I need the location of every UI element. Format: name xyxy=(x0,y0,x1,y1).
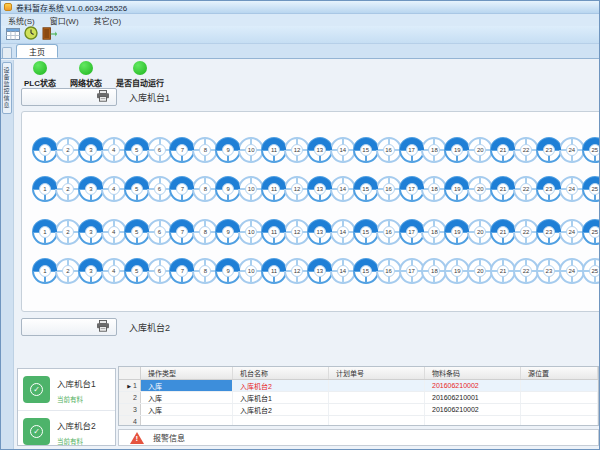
toolbar-button-exit[interactable] xyxy=(40,27,58,43)
machine-card-title: 入库机台2 xyxy=(57,419,96,431)
coil-slot-number: 15 xyxy=(360,226,372,238)
table-row-3[interactable]: 3入库入库机台2201606210002 xyxy=(119,404,598,416)
coil-slot-r1c25: 25 xyxy=(582,137,600,163)
menu-bar: 系统(S)窗口(W)其它(O) xyxy=(1,14,599,26)
side-vertical-tab[interactable]: 设备监控信息 xyxy=(2,62,12,114)
check-icon-box: ✓ xyxy=(23,376,50,403)
coil-slot-r2c3: 3 xyxy=(78,176,104,202)
row-header-4[interactable]: 4 xyxy=(119,416,141,426)
machine-card-1[interactable]: ✓入库机台1当前有料 xyxy=(18,369,115,410)
dock-strip: 设备监控信息 xyxy=(1,60,14,449)
cell-r3c1[interactable]: 入库机台2 xyxy=(233,404,329,415)
cell-r1c1[interactable]: 入库机台2 xyxy=(233,380,329,391)
toolbar-button-calendar[interactable] xyxy=(4,27,22,43)
coil-slot-r2c5: 5 xyxy=(124,176,150,202)
coil-slot-r4c24: 24 xyxy=(559,258,585,284)
row-header-2[interactable]: 2 xyxy=(119,392,141,403)
calendar-icon xyxy=(6,26,20,44)
coil-slot-number: 18 xyxy=(428,265,440,277)
coil-slot-number: 12 xyxy=(291,265,303,277)
menu-item-0[interactable]: 系统(S) xyxy=(8,15,35,26)
cell-r1c2[interactable] xyxy=(329,380,425,391)
cell-r2c1[interactable]: 入库机台1 xyxy=(233,392,329,403)
row-header-3[interactable]: 3 xyxy=(119,404,141,415)
column-header-4[interactable]: 源位置 xyxy=(521,367,598,379)
cell-r4c4[interactable] xyxy=(521,416,598,426)
check-icon: ✓ xyxy=(30,383,43,396)
coil-slot-r4c15: 15 xyxy=(353,258,379,284)
coil-slot-r3c15: 15 xyxy=(353,219,379,245)
coil-slot-number: 24 xyxy=(566,183,578,195)
coil-slot-r4c25: 25 xyxy=(582,258,600,284)
coil-slot-r2c25: 25 xyxy=(582,176,600,202)
cell-r2c0[interactable]: 入库 xyxy=(141,392,233,403)
coil-slot-r4c14: 14 xyxy=(330,258,356,284)
toolbar-button-clock[interactable] xyxy=(22,27,40,43)
cell-r1c4[interactable] xyxy=(521,380,598,391)
cell-r1c3[interactable]: 201606210002 xyxy=(425,380,521,391)
coil-slot-number: 6 xyxy=(154,144,166,156)
coil-slot-number: 13 xyxy=(314,183,326,195)
coil-slot-number: 6 xyxy=(154,226,166,238)
coil-slot-number: 23 xyxy=(543,183,555,195)
coil-slot-number: 4 xyxy=(108,183,120,195)
cell-r4c2[interactable] xyxy=(329,416,425,426)
cell-r2c4[interactable] xyxy=(521,392,598,403)
cell-r3c0[interactable]: 入库 xyxy=(141,404,233,415)
cell-r3c4[interactable] xyxy=(521,404,598,415)
status-indicators: PLC状态网络状态是否自动运行 xyxy=(17,61,171,88)
machine2-header: 入库机台2 xyxy=(21,317,170,337)
cell-r4c0[interactable] xyxy=(141,416,233,426)
coil-slot-number: 2 xyxy=(62,265,74,277)
alarm-label: 报警信息 xyxy=(153,432,185,443)
clock-icon xyxy=(24,26,38,44)
machine2-print-button[interactable] xyxy=(21,318,117,336)
column-header-2[interactable]: 计划单号 xyxy=(329,367,425,379)
row-header-1[interactable]: ▶1 xyxy=(119,380,141,391)
machine1-label: 入库机台1 xyxy=(129,91,170,104)
machine-card-2[interactable]: ✓入库机台2当前有料 xyxy=(18,410,115,450)
status-indicator-1: 网络状态 xyxy=(63,61,109,88)
coil-slot-r2c16: 16 xyxy=(376,176,402,202)
coil-slot-r1c15: 15 xyxy=(353,137,379,163)
coil-slot-number: 18 xyxy=(428,226,440,238)
coil-slot-number: 5 xyxy=(131,226,143,238)
cell-r4c1[interactable] xyxy=(233,416,329,426)
coil-slot-r2c15: 15 xyxy=(353,176,379,202)
column-header-0[interactable]: 操作类型 xyxy=(141,367,233,379)
coil-slot-number: 1 xyxy=(39,226,51,238)
menu-item-2[interactable]: 其它(O) xyxy=(94,15,122,26)
cell-r2c3[interactable]: 201606210001 xyxy=(425,392,521,403)
coil-slot-number: 12 xyxy=(291,183,303,195)
title-bar[interactable]: 卷料暂存系统 V1.0.6034.25526 xyxy=(1,1,599,14)
machine-card-text: 入库机台1当前有料 xyxy=(57,376,96,404)
exit-icon xyxy=(42,26,57,44)
cell-r3c3[interactable]: 201606210002 xyxy=(425,404,521,415)
cell-r3c2[interactable] xyxy=(329,404,425,415)
coil-slot-number: 11 xyxy=(268,183,280,195)
column-header-1[interactable]: 机台名称 xyxy=(233,367,329,379)
coil-slot-number: 18 xyxy=(428,183,440,195)
coil-grid: 1234567891011121314151617181920212223242… xyxy=(21,111,600,312)
cell-r4c3[interactable] xyxy=(425,416,521,426)
table-row-1[interactable]: ▶1入库入库机台2201606210002 xyxy=(119,380,598,392)
column-header-3[interactable]: 物料条码 xyxy=(425,367,521,379)
coil-slot-number: 1 xyxy=(39,183,51,195)
cell-r2c2[interactable] xyxy=(329,392,425,403)
table-row-2[interactable]: 2入库入库机台1201606210001 xyxy=(119,392,598,404)
status-indicator-0: PLC状态 xyxy=(17,61,63,88)
coil-slot-number: 10 xyxy=(245,265,257,277)
coil-slot-number: 10 xyxy=(245,144,257,156)
coil-slot-number: 17 xyxy=(406,144,418,156)
tab-home[interactable]: 主页 xyxy=(16,44,58,58)
tab-stub[interactable] xyxy=(2,47,12,58)
table-row-4[interactable]: 4 xyxy=(119,416,598,426)
coil-slot-number: 22 xyxy=(520,265,532,277)
cell-r1c0[interactable]: 入库 xyxy=(141,380,233,391)
machine1-print-button[interactable] xyxy=(21,88,117,106)
coil-slot-r3c14: 14 xyxy=(330,219,356,245)
coil-slot-r1c3: 3 xyxy=(78,137,104,163)
machine2-label: 入库机台2 xyxy=(129,321,170,334)
coil-slot-number: 2 xyxy=(62,183,74,195)
menu-item-1[interactable]: 窗口(W) xyxy=(50,15,79,26)
